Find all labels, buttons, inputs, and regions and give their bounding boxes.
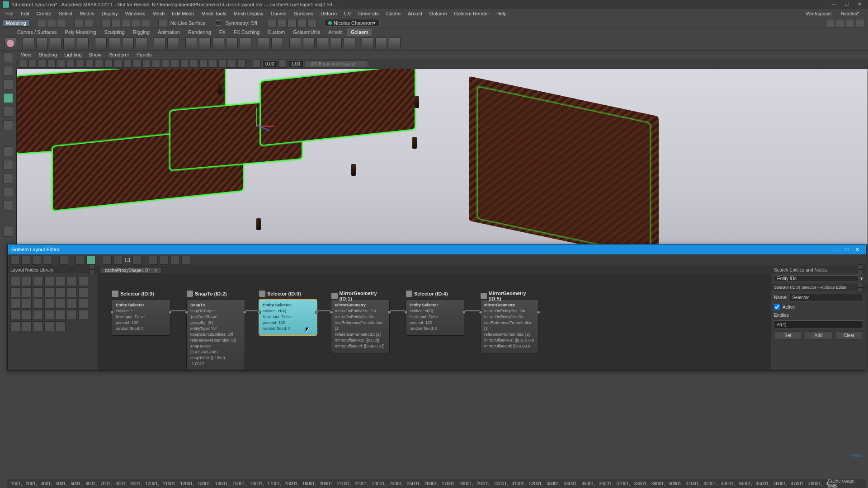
frame-tick[interactable]: 37001, [616,481,630,486]
frame-tick[interactable]: 11001, [163,481,177,486]
glm-layout1-button[interactable] [149,256,158,265]
workspace-value[interactable]: Nicolas* [837,11,863,16]
vp-menu-lighting[interactable]: Lighting [64,52,82,57]
menu-set-dropdown[interactable]: Modeling [3,19,29,27]
redo-button[interactable] [84,19,93,27]
last-tool-icon[interactable] [3,120,13,130]
attr-active-checkbox[interactable] [774,304,780,310]
frame-tick[interactable]: 15001, [232,481,246,486]
shelf-icon-terrain[interactable] [154,38,165,49]
frame-tick[interactable]: 14001, [215,481,229,486]
frame-tick[interactable]: 45001, [756,481,770,486]
frame-tick[interactable]: 47001, [791,481,805,486]
lib-node-icon[interactable] [33,287,43,297]
playback-play-button[interactable] [288,19,297,27]
frame-tick[interactable]: 22001, [354,481,368,486]
attr-undock-button[interactable] [858,282,863,287]
lib-node-icon[interactable] [33,276,43,286]
node-input-port[interactable] [257,310,261,314]
select-tool-icon[interactable] [3,52,13,62]
frame-tick[interactable]: 30001, [494,481,508,486]
menu-surfaces[interactable]: Surfaces [290,11,317,16]
lib-node-icon[interactable] [67,310,77,320]
menu-golaem-render[interactable]: Golaem Render [450,11,493,16]
vp-tool-7[interactable] [76,60,84,68]
search-undock-button[interactable] [858,264,863,270]
playback-end-button[interactable] [307,19,316,27]
vp-tool-2[interactable] [28,60,37,68]
menu-select[interactable]: Select [55,11,76,16]
shelf-icon-char3[interactable] [122,38,134,49]
transform-gizmo[interactable] [243,112,270,139]
golaem-titlebar[interactable]: Golaem Layout Editor — □ ✕ [8,244,866,254]
lib-node-icon[interactable] [22,321,32,331]
vp-tool-16[interactable] [161,60,170,68]
move-tool-icon[interactable] [3,80,13,89]
shelf-icon-shape3[interactable] [212,38,224,49]
menu-create[interactable]: Create [33,11,55,16]
shelf-tab-curves[interactable]: Curves / Surfaces [14,28,60,36]
vp-menu-shading[interactable]: Shading [39,52,57,57]
time-slider-frames[interactable]: 1001,2001,3001,4001,5001,6001,7001,8001,… [11,481,828,486]
search-icon[interactable] [3,227,13,237]
vp-menu-show[interactable]: Show [89,52,102,57]
lib-node-icon[interactable] [10,299,20,309]
layout-single-icon[interactable] [3,146,13,156]
shelf-icon-particles[interactable] [136,38,147,49]
vp-exposure-icon[interactable] [253,60,261,68]
lib-node-icon[interactable] [78,299,88,309]
shelf-icon-table1[interactable] [330,38,342,49]
node-output-port[interactable] [387,310,391,314]
lib-node-icon[interactable] [56,310,66,320]
glm-layout4-button[interactable] [181,256,190,265]
search-dropdown[interactable]: Entity IDs [774,275,859,282]
frame-tick[interactable]: 1001, [11,481,22,486]
glm-align-c-button[interactable] [113,256,123,265]
frame-tick[interactable]: 9001, [130,481,142,486]
symmetry-checkbox[interactable] [216,20,221,26]
menu-windows[interactable]: Windows [122,11,149,16]
shelf-icon-motion1[interactable] [289,38,301,49]
lib-node-icon[interactable] [22,299,32,309]
glm-open-button[interactable] [21,256,30,265]
node-output-port[interactable] [315,310,319,314]
attr-name-field[interactable] [790,294,863,301]
attr-clear-button[interactable]: Clear [835,332,863,339]
frame-tick[interactable]: 25001, [407,481,421,486]
shelf-icon-table2[interactable] [344,38,355,49]
snap-live-button[interactable] [141,19,150,27]
glm-saveas-button[interactable] [43,256,52,265]
lib-node-icon[interactable] [78,287,88,297]
vp-menu-view[interactable]: View [21,52,32,57]
vp-tool-5[interactable] [57,60,65,68]
frame-tick[interactable]: 43001, [721,481,735,486]
lib-node-icon[interactable] [44,276,54,286]
node-input-port[interactable] [479,310,482,314]
menu-help[interactable]: Help [493,11,510,16]
shelf-tab-animation[interactable]: Animation [154,28,184,36]
maximize-button[interactable]: □ [841,0,853,9]
menu-display[interactable]: Display [98,11,122,16]
lib-node-icon[interactable] [33,310,43,320]
library-undock-button[interactable] [90,264,95,270]
node-output-port[interactable] [168,310,172,314]
frame-tick[interactable]: 20001, [320,481,334,486]
lib-node-icon[interactable] [22,287,32,297]
vp-tool-19[interactable] [190,60,198,68]
node-selector-3[interactable]: Selector (ID:3) Entity Selector entities… [112,299,170,336]
frame-tick[interactable]: 7001, [100,481,112,486]
vp-tool-13[interactable] [133,60,141,68]
node-input-port[interactable] [404,310,408,314]
vp-tool-24[interactable] [237,60,245,68]
shelf-icon-motion2[interactable] [303,38,315,49]
shelf-icon-entity3[interactable] [50,38,61,49]
frame-tick[interactable]: 2001, [26,481,37,486]
menu-modify[interactable]: Modify [76,11,98,16]
frame-tick[interactable]: 44001, [738,481,752,486]
node-snapto-2[interactable]: SnapTo (ID:2) SnapTo snapToTarget: 'popT… [186,299,245,370]
playback-next-button[interactable] [297,19,307,27]
vp-tool-6[interactable] [66,60,75,68]
menu-cache[interactable]: Cache [382,11,404,16]
menu-mesh-display[interactable]: Mesh Display [230,11,267,16]
shelf-tab-fxcaching[interactable]: FX Caching [230,28,263,36]
